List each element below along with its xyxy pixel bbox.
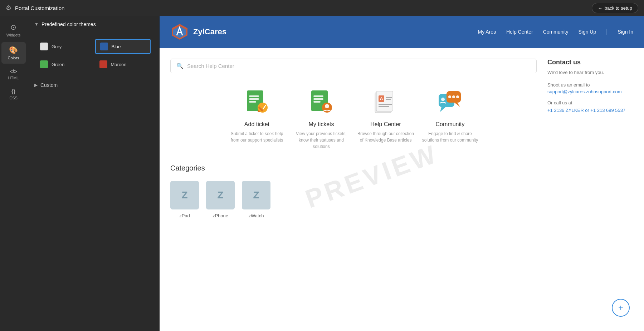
add-ticket-icon (243, 88, 271, 116)
contact-subtitle: We'd love to hear from you. (547, 70, 633, 75)
feature-cards: Add ticket Submit a ticket to seek help … (170, 88, 537, 150)
search-placeholder-text: Search Help Center (187, 63, 234, 69)
nav-sign-up[interactable]: Sign Up (578, 29, 596, 35)
help-center-icon: A (371, 88, 400, 116)
top-bar: ⚙ Portal Customization ← back to setup (0, 0, 644, 16)
help-center-title: Help Center (370, 121, 401, 128)
grey-swatch (40, 43, 48, 50)
color-option-green[interactable]: Green (36, 58, 92, 71)
portal-logo-area: ZylCares (170, 23, 226, 41)
sidebar-item-label-html: HTML (8, 76, 19, 80)
custom-label: Custom (40, 82, 58, 88)
svg-rect-11 (313, 98, 323, 100)
sidebar-item-html[interactable]: </> HTML (1, 65, 26, 84)
contact-phone: +1 2136 ZYLKER or +1 213 699 5537 (547, 107, 633, 114)
feature-card-add-ticket[interactable]: Add ticket Submit a ticket to seek help … (228, 88, 286, 150)
nav-my-area[interactable]: My Area (478, 29, 496, 35)
main-layout: ⊙ Widgets 🎨 Colors </> HTML {} CSS ▼ Pre… (0, 16, 644, 331)
widgets-icon: ⊙ (10, 23, 16, 31)
categories-section: Categories Z zPad Z zPhone Z (170, 164, 537, 218)
chevron-down-icon: ▼ (34, 22, 39, 27)
svg-rect-5 (249, 98, 259, 100)
community-title: Community (436, 121, 465, 128)
help-center-desc: Browse through our collection of Knowled… (357, 130, 414, 143)
add-ticket-title: Add ticket (244, 121, 269, 128)
feature-card-community[interactable]: Community Engage to find & share solutio… (421, 88, 479, 150)
app-title: Portal Customization (15, 5, 64, 11)
contact-email-label: Shoot us an email to (547, 82, 633, 88)
colors-icon: 🎨 (9, 46, 18, 54)
custom-section[interactable]: ▶ Custom (27, 77, 159, 93)
svg-rect-21 (379, 104, 392, 105)
svg-rect-12 (313, 101, 321, 103)
chevron-right-icon: ▶ (34, 83, 38, 88)
maroon-swatch (99, 60, 107, 68)
svg-text:A: A (380, 96, 383, 101)
green-swatch (40, 60, 48, 68)
sidebar-item-label-colors: Colors (8, 56, 19, 60)
svg-point-27 (448, 95, 451, 98)
my-tickets-title: My tickets (308, 121, 334, 128)
svg-point-14 (325, 104, 329, 108)
nav-help-center[interactable]: Help Center (506, 29, 533, 35)
svg-point-29 (456, 95, 459, 98)
portal-main-wrapper: 🔍 Search Help Center (170, 59, 537, 320)
zwatch-label: zWatch (249, 213, 264, 218)
search-bar[interactable]: 🔍 Search Help Center (170, 59, 537, 73)
brand-name: ZylCares (193, 27, 226, 36)
nav-community[interactable]: Community (543, 29, 569, 35)
color-option-grey[interactable]: Grey (36, 39, 92, 54)
zphone-icon: Z (206, 181, 235, 209)
color-themes-grid: Grey Blue Green Maroon (27, 33, 159, 77)
svg-rect-20 (386, 99, 391, 100)
svg-marker-26 (454, 103, 460, 107)
search-icon: 🔍 (176, 63, 184, 69)
back-to-setup-button[interactable]: ← back to setup (592, 3, 638, 13)
portal-nav: My Area Help Center Community Sign Up | … (478, 29, 633, 35)
sidebar-item-css[interactable]: {} CSS (1, 85, 26, 104)
back-to-setup-label: back to setup (605, 5, 632, 11)
top-bar-left: ⚙ Portal Customization (6, 4, 64, 12)
sidebar-item-label-widgets: Widgets (6, 33, 21, 37)
svg-rect-6 (249, 101, 256, 103)
contact-email[interactable]: support@zylcares.zohosupport.com (547, 89, 633, 94)
categories-grid: Z zPad Z zPhone Z zWatch (170, 181, 537, 218)
category-card-zwatch[interactable]: Z zWatch (242, 181, 270, 218)
portal-content: 🔍 Search Help Center (160, 48, 644, 331)
category-card-zpad[interactable]: Z zPad (170, 181, 199, 218)
sidebar-item-colors[interactable]: 🎨 Colors (1, 42, 26, 64)
back-arrow-icon: ← (598, 5, 602, 11)
sidebar-item-widgets[interactable]: ⊙ Widgets (1, 19, 26, 41)
svg-point-30 (441, 98, 445, 101)
zwatch-icon: Z (242, 181, 270, 209)
preview-area: ZylCares My Area Help Center Community S… (160, 16, 644, 331)
feature-card-help-center[interactable]: A Help Center Browse through our collect… (357, 88, 414, 150)
svg-marker-24 (440, 107, 446, 112)
gear-icon: ⚙ (6, 4, 11, 12)
portal-logo (170, 23, 189, 41)
category-card-zphone[interactable]: Z zPhone (206, 181, 235, 218)
svg-rect-10 (313, 95, 323, 97)
add-float-button[interactable]: + (612, 299, 630, 317)
svg-rect-19 (386, 97, 392, 98)
feature-card-my-tickets[interactable]: My tickets View your previous tickets; k… (293, 88, 350, 150)
sidebar: ⊙ Widgets 🎨 Colors </> HTML {} CSS (0, 16, 27, 331)
contact-title: Contact us (547, 59, 633, 66)
predefined-section-label: Predefined color themes (42, 21, 96, 27)
nav-sign-in[interactable]: Sign In (618, 29, 633, 35)
portal-main: 🔍 Search Help Center (170, 59, 537, 218)
zpad-icon: Z (170, 181, 199, 209)
zpad-label: zPad (179, 213, 190, 218)
predefined-section-header[interactable]: ▼ Predefined color themes (27, 16, 159, 33)
blue-label: Blue (112, 44, 121, 49)
community-desc: Engage to find & share solutions from ou… (421, 130, 479, 143)
portal-header: ZylCares My Area Help Center Community S… (160, 16, 644, 48)
categories-title: Categories (170, 164, 537, 172)
my-tickets-desc: View your previous tickets; know their s… (293, 130, 350, 150)
my-tickets-icon (307, 88, 336, 116)
settings-panel: ▼ Predefined color themes Grey Blue Gree… (27, 16, 160, 331)
color-option-blue[interactable]: Blue (95, 39, 151, 54)
color-option-maroon[interactable]: Maroon (95, 58, 151, 71)
nav-divider: | (606, 29, 608, 35)
svg-point-28 (452, 95, 455, 98)
